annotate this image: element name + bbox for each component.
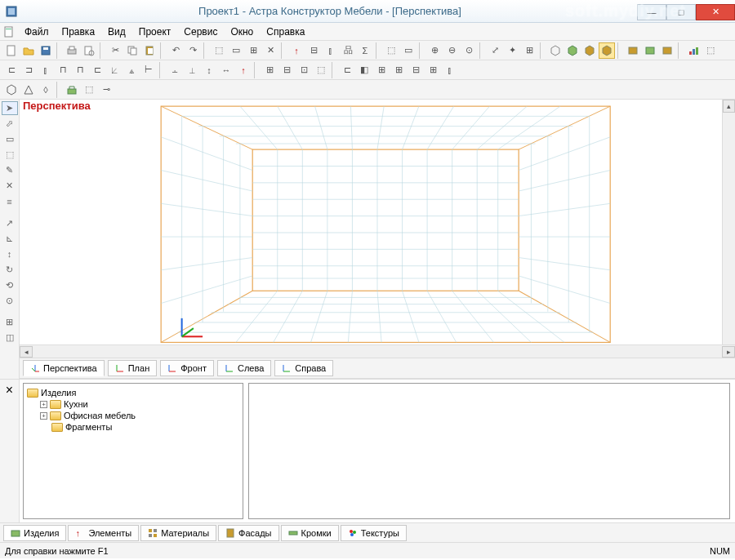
- print-icon[interactable]: [64, 42, 80, 59]
- tool-icon[interactable]: ⊏: [339, 62, 355, 78]
- cube-icon[interactable]: [3, 82, 20, 98]
- open-icon[interactable]: [20, 42, 37, 59]
- tool-icon[interactable]: ↕: [2, 247, 18, 261]
- chart-icon[interactable]: [685, 42, 702, 59]
- tree-item[interactable]: + Кухни: [40, 398, 239, 410]
- tab-plan[interactable]: План: [108, 360, 158, 376]
- tree-item[interactable]: + Офисная мебель: [40, 410, 239, 421]
- mirror-icon[interactable]: ◊: [38, 82, 54, 98]
- tool-icon[interactable]: ⫠: [167, 62, 183, 78]
- viewport-3d[interactable]: Перспектива: [20, 100, 735, 344]
- tool-icon[interactable]: [64, 82, 80, 98]
- panel-close-button[interactable]: ×: [0, 380, 20, 522]
- tool-icon[interactable]: ⫿: [38, 62, 54, 78]
- tool-icon[interactable]: ⊢: [140, 62, 157, 78]
- tool-icon[interactable]: ⬚: [313, 62, 329, 78]
- tool-icon[interactable]: ⊓: [72, 62, 88, 78]
- menu-service[interactable]: Сервис: [177, 24, 224, 39]
- menu-project[interactable]: Проект: [132, 24, 178, 39]
- vertical-scrollbar[interactable]: ▴: [722, 100, 735, 344]
- tool-icon[interactable]: ⊏: [3, 62, 20, 78]
- tree-panel[interactable]: Изделия + Кухни + Офисная мебель Фрагмен…: [23, 383, 243, 519]
- print-preview-icon[interactable]: [81, 42, 97, 59]
- scroll-up-icon[interactable]: ▴: [723, 100, 735, 113]
- tool-icon[interactable]: ⊟: [408, 62, 424, 78]
- tab-front[interactable]: Фронт: [160, 360, 214, 376]
- rotate-icon[interactable]: ↻: [2, 263, 18, 277]
- paste-icon[interactable]: [141, 42, 158, 59]
- new-icon[interactable]: [3, 42, 20, 59]
- arrow-up-icon[interactable]: ↑: [288, 42, 305, 59]
- tool-icon[interactable]: ⬚: [383, 42, 399, 59]
- scroll-left-icon[interactable]: ◂: [20, 346, 33, 358]
- expand-icon[interactable]: +: [40, 401, 47, 408]
- tool-icon[interactable]: ↗: [2, 216, 18, 230]
- zoom-fit-icon[interactable]: ⊙: [461, 42, 477, 59]
- horizontal-scrollbar[interactable]: ◂ ▸: [20, 344, 735, 358]
- cube-icon[interactable]: [564, 42, 581, 59]
- menu-window[interactable]: Окно: [224, 24, 260, 39]
- btab-edges[interactable]: Кромки: [281, 525, 339, 541]
- tool-icon[interactable]: ⟀: [106, 62, 122, 78]
- tool-icon[interactable]: ⊞: [390, 62, 407, 78]
- btab-materials[interactable]: Материалы: [140, 525, 216, 541]
- save-icon[interactable]: [38, 42, 54, 59]
- tool-icon[interactable]: ⊞: [425, 62, 441, 78]
- btab-textures[interactable]: Текстуры: [341, 525, 407, 541]
- tool-icon[interactable]: ⊙: [2, 294, 18, 308]
- tab-right[interactable]: Справа: [274, 360, 333, 376]
- tool-icon[interactable]: ↔: [218, 62, 234, 78]
- menu-view[interactable]: Вид: [101, 24, 132, 39]
- tool-icon[interactable]: ◧: [356, 62, 372, 78]
- tool-icon[interactable]: ◫: [2, 331, 18, 344]
- redo-icon[interactable]: ↷: [185, 42, 201, 59]
- sum-icon[interactable]: Σ: [357, 42, 373, 59]
- menu-file[interactable]: Файл: [18, 24, 56, 39]
- tool-icon[interactable]: ⊞: [261, 62, 278, 78]
- scroll-right-icon[interactable]: ▸: [722, 346, 735, 358]
- tool-icon[interactable]: ↕: [201, 62, 217, 78]
- tool-icon[interactable]: ⬚: [2, 148, 18, 162]
- rect-icon[interactable]: ▭: [2, 132, 18, 146]
- menu-edit[interactable]: Правка: [56, 24, 102, 39]
- box-icon[interactable]: [659, 42, 675, 59]
- pointer-icon[interactable]: ➤: [2, 101, 18, 115]
- tool-icon[interactable]: ⊞: [245, 42, 261, 59]
- btab-products[interactable]: Изделия: [3, 525, 66, 541]
- copy-icon[interactable]: [124, 42, 140, 59]
- tool-icon[interactable]: ⬀: [2, 117, 18, 131]
- undo-icon[interactable]: ↶: [167, 42, 184, 59]
- tool-icon[interactable]: ⤢: [487, 42, 503, 59]
- tool-icon[interactable]: ✕: [262, 42, 278, 59]
- tab-perspective[interactable]: Перспектива: [23, 360, 105, 376]
- tool-icon[interactable]: ⊞: [373, 62, 390, 78]
- tool-icon[interactable]: ⊟: [278, 62, 295, 78]
- tool-icon[interactable]: ⊞: [2, 315, 18, 329]
- zoom-in-icon[interactable]: ⊕: [426, 42, 443, 59]
- close-button[interactable]: ✕: [696, 4, 735, 20]
- tool-icon[interactable]: ⊡: [296, 62, 312, 78]
- tool-icon[interactable]: ▭: [400, 42, 416, 59]
- zoom-out-icon[interactable]: ⊖: [443, 42, 460, 59]
- tool-icon[interactable]: ⊸: [98, 82, 114, 98]
- box-icon[interactable]: [625, 42, 641, 59]
- arrow-up-icon[interactable]: ↑: [235, 62, 252, 78]
- expand-icon[interactable]: +: [40, 412, 47, 420]
- tool-icon[interactable]: ⊟: [305, 42, 322, 59]
- box-icon[interactable]: [642, 42, 658, 59]
- rotate-icon[interactable]: ⟲: [2, 278, 18, 292]
- tool-icon[interactable]: ⊓: [55, 62, 71, 78]
- tree-root[interactable]: Изделия: [27, 387, 239, 398]
- tool-icon[interactable]: ✦: [504, 42, 520, 59]
- tool-icon[interactable]: ⫿: [442, 62, 458, 78]
- tool-icon[interactable]: ⬚: [702, 42, 719, 59]
- btab-facades[interactable]: Фасады: [218, 525, 278, 541]
- tool-icon[interactable]: ⟂: [184, 62, 200, 78]
- cube-icon[interactable]: [547, 42, 564, 59]
- btab-elements[interactable]: ↑ Элементы: [68, 525, 139, 541]
- link-icon[interactable]: 品: [340, 42, 356, 59]
- tool-icon[interactable]: ⫿: [323, 42, 339, 59]
- cube-icon[interactable]: [581, 42, 598, 59]
- tool-icon[interactable]: ⊐: [20, 62, 37, 78]
- tool-icon[interactable]: ⬚: [211, 42, 227, 59]
